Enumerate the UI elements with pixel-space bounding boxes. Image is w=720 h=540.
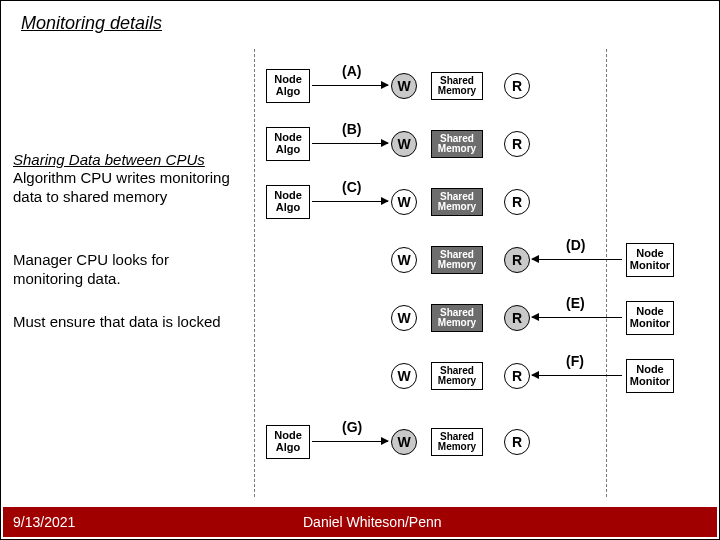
row-label: (A) bbox=[342, 63, 361, 79]
diagram-row-g: NodeAlgo (G) W SharedMemory R bbox=[246, 419, 716, 465]
body-text-3: Must ensure that data is locked bbox=[13, 313, 243, 332]
node-monitor-box: NodeMonitor bbox=[626, 359, 674, 393]
arrow-icon bbox=[532, 317, 622, 318]
shared-memory-box: SharedMemory bbox=[431, 188, 483, 216]
writer-icon: W bbox=[391, 131, 417, 157]
writer-icon: W bbox=[391, 189, 417, 215]
diagram-row-f: W SharedMemory R (F) NodeMonitor bbox=[246, 353, 716, 399]
row-label: (D) bbox=[566, 237, 585, 253]
writer-icon: W bbox=[391, 247, 417, 273]
monitoring-diagram: NodeAlgo (A) W SharedMemory R NodeAlgo (… bbox=[246, 49, 716, 497]
diagram-row-c: NodeAlgo (C) W SharedMemory R bbox=[246, 179, 716, 225]
diagram-row-e: W SharedMemory R (E) NodeMonitor bbox=[246, 295, 716, 341]
reader-icon: R bbox=[504, 305, 530, 331]
row-label: (E) bbox=[566, 295, 585, 311]
writer-icon: W bbox=[391, 305, 417, 331]
node-monitor-box: NodeMonitor bbox=[626, 301, 674, 335]
diagram-row-d: W SharedMemory R (D) NodeMonitor bbox=[246, 237, 716, 283]
diagram-row-b: NodeAlgo (B) W SharedMemory R bbox=[246, 121, 716, 167]
row-label: (C) bbox=[342, 179, 361, 195]
arrow-icon bbox=[312, 85, 388, 86]
reader-icon: R bbox=[504, 73, 530, 99]
body-text-1: Algorithm CPU writes monitoring data to … bbox=[13, 169, 243, 207]
slide-title: Monitoring details bbox=[21, 13, 162, 34]
shared-memory-box: SharedMemory bbox=[431, 130, 483, 158]
node-algo-box: NodeAlgo bbox=[266, 127, 310, 161]
reader-icon: R bbox=[504, 429, 530, 455]
shared-memory-box: SharedMemory bbox=[431, 72, 483, 100]
writer-icon: W bbox=[391, 363, 417, 389]
diagram-row-a: NodeAlgo (A) W SharedMemory R bbox=[246, 63, 716, 109]
body-text-2: Manager CPU looks for monitoring data. bbox=[13, 251, 243, 289]
shared-memory-box: SharedMemory bbox=[431, 304, 483, 332]
reader-icon: R bbox=[504, 363, 530, 389]
arrow-icon bbox=[312, 441, 388, 442]
section-heading: Sharing Data between CPUs bbox=[13, 151, 205, 168]
footer-author: Daniel Whiteson/Penn bbox=[303, 514, 442, 530]
arrow-icon bbox=[532, 259, 622, 260]
node-algo-box: NodeAlgo bbox=[266, 69, 310, 103]
reader-icon: R bbox=[504, 247, 530, 273]
node-monitor-box: NodeMonitor bbox=[626, 243, 674, 277]
writer-icon: W bbox=[391, 73, 417, 99]
shared-memory-box: SharedMemory bbox=[431, 362, 483, 390]
row-label: (F) bbox=[566, 353, 584, 369]
footer-bar: 9/13/2021 Daniel Whiteson/Penn bbox=[3, 507, 717, 537]
arrow-icon bbox=[312, 143, 388, 144]
node-algo-box: NodeAlgo bbox=[266, 185, 310, 219]
arrow-icon bbox=[312, 201, 388, 202]
arrow-icon bbox=[532, 375, 622, 376]
reader-icon: R bbox=[504, 189, 530, 215]
footer-date: 9/13/2021 bbox=[13, 514, 75, 530]
node-algo-box: NodeAlgo bbox=[266, 425, 310, 459]
reader-icon: R bbox=[504, 131, 530, 157]
shared-memory-box: SharedMemory bbox=[431, 428, 483, 456]
writer-icon: W bbox=[391, 429, 417, 455]
shared-memory-box: SharedMemory bbox=[431, 246, 483, 274]
row-label: (G) bbox=[342, 419, 362, 435]
row-label: (B) bbox=[342, 121, 361, 137]
